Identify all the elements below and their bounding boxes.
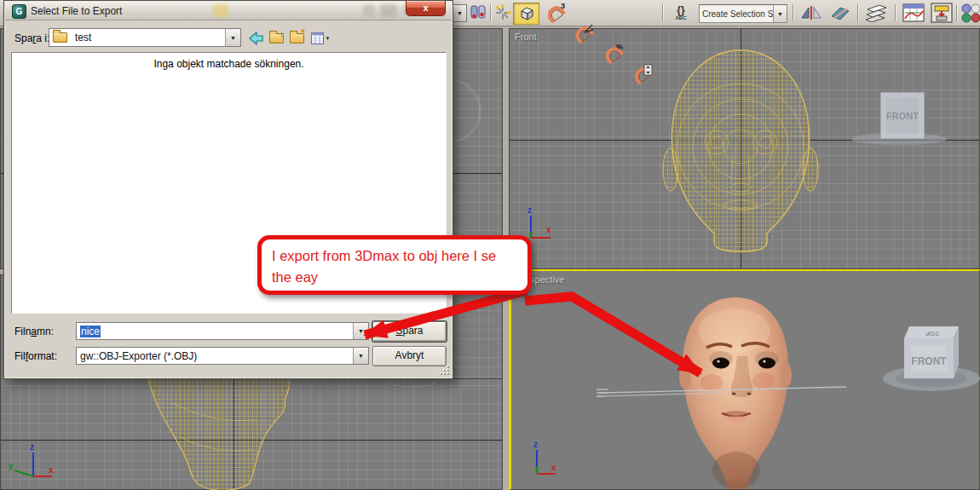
snap-3d-superscript: 3 <box>561 2 565 10</box>
schematic-view-button[interactable] <box>929 3 954 23</box>
sparkle-glyph: * <box>301 27 305 39</box>
3dsmax-application-window: E Front <box>0 0 980 490</box>
viewport-front-label[interactable]: Front <box>515 32 537 42</box>
viewcube-front-viewport[interactable]: FRONT <box>880 92 925 139</box>
point-helper-button[interactable] <box>493 3 513 23</box>
save-in-label: Spara i: <box>14 32 49 44</box>
save-in-combobox[interactable]: test ▼ <box>49 28 241 47</box>
back-button[interactable] <box>246 29 265 47</box>
toolbar-separator <box>662 4 663 21</box>
angle-snap-button[interactable] <box>572 23 594 43</box>
point-helper-icon <box>493 3 512 22</box>
mirror-icon <box>799 4 823 21</box>
axis-z-label: z <box>533 440 538 449</box>
percent-label: % <box>616 43 623 51</box>
perspective-axis-gizmo: z x <box>513 440 561 482</box>
chevron-down-icon[interactable]: ▼ <box>353 348 368 364</box>
viewport-front[interactable]: Front F <box>509 28 980 269</box>
align-button[interactable] <box>827 3 854 23</box>
schematic-view-icon <box>931 3 953 23</box>
gw-exporter-icon: G <box>12 4 26 19</box>
annotation-line-2: the eay <box>272 267 517 288</box>
view-menu-icon <box>311 32 324 44</box>
close-button[interactable]: x <box>406 1 446 16</box>
axis-z-label: z <box>527 205 532 215</box>
snap-toggle-3d-button[interactable]: 3 <box>544 3 566 23</box>
filename-combobox[interactable]: nice ▼ <box>76 322 369 340</box>
chevron-down-icon: ▼ <box>326 36 331 41</box>
axis-x-label: x <box>546 225 551 234</box>
material-editor-icon <box>960 3 980 23</box>
titlebar-blur-artifact <box>363 4 375 17</box>
empty-results-message: Inga objekt matchade sökningen. <box>12 58 446 70</box>
new-folder-button[interactable]: * <box>287 29 306 47</box>
angle-icon <box>584 23 594 33</box>
export-file-dialog: G Select File to Export x Spara i: test … <box>3 0 453 379</box>
filename-label: Filnamn: <box>14 326 54 337</box>
toolbar-separator <box>857 4 858 21</box>
curve-editor-icon <box>902 3 925 22</box>
filename-input[interactable]: nice <box>77 326 353 337</box>
cancel-button[interactable]: Avbryt <box>372 346 447 366</box>
dialog-title: Select File to Export <box>31 5 122 17</box>
viewcube-front-face-label[interactable]: FRONT <box>911 355 947 367</box>
braces-icon: {} <box>677 5 684 15</box>
back-arrow-icon <box>248 32 263 45</box>
titlebar-blur-artifact <box>380 4 397 17</box>
annotation-line-1: I export from 3Dmax to obj here I se <box>272 245 517 267</box>
manipulate-icon <box>470 4 487 21</box>
chevron-down-icon[interactable]: ▼ <box>453 5 466 21</box>
resize-grip[interactable] <box>439 365 449 375</box>
edit-named-selections-button[interactable]: {} ABC <box>667 3 695 23</box>
material-editor-button[interactable] <box>960 3 980 23</box>
snaps-toggle-button[interactable] <box>513 3 539 25</box>
toolbar-separator <box>793 4 793 21</box>
filetype-value[interactable]: gw::OBJ-Exporter (*.OBJ) <box>77 350 353 362</box>
select-and-manipulate-button[interactable] <box>468 3 488 23</box>
dialog-titlebar[interactable]: G Select File to Export <box>5 2 452 20</box>
save-button[interactable]: Spara <box>372 321 447 342</box>
toolbar-separator <box>490 4 491 21</box>
toolbar-separator <box>895 4 896 21</box>
viewcube-top-face-label[interactable]: TOP <box>925 330 939 337</box>
wireframe-head-front[interactable] <box>510 29 980 270</box>
named-selection-set-combobox[interactable]: Create Selection Set ▼ <box>699 4 787 23</box>
close-icon: x <box>423 3 428 13</box>
chevron-down-icon[interactable]: ▼ <box>353 323 368 339</box>
curve-editor-button[interactable] <box>900 3 927 23</box>
mirror-button[interactable] <box>798 3 825 23</box>
viewcube-front-face-label[interactable]: FRONT <box>886 111 919 121</box>
up-one-level-button[interactable]: ↑ <box>267 29 285 47</box>
chevron-down-icon[interactable]: ▼ <box>225 29 240 46</box>
percent-snap-button[interactable]: % <box>602 43 624 64</box>
filetype-label: Filformat: <box>14 350 57 362</box>
save-in-value[interactable]: test <box>72 32 225 43</box>
axis-y-label: y <box>9 461 14 470</box>
axis-x-label: x <box>551 463 556 472</box>
view-menu-button[interactable]: ▼ <box>308 29 333 47</box>
viewport-perspective[interactable]: Perspective <box>509 269 980 490</box>
up-arrow-glyph: ↑ <box>280 30 284 39</box>
spinner-snap-button[interactable] <box>631 64 653 84</box>
align-icon <box>828 4 852 21</box>
filename-value-selected: nice <box>80 326 101 337</box>
axis-z-label: z <box>30 442 34 452</box>
abc-label: ABC <box>676 15 687 20</box>
folder-icon <box>53 32 67 43</box>
left-axis-gizmo: z x y <box>8 441 57 485</box>
chevron-down-icon[interactable]: ▼ <box>773 5 787 22</box>
toolbar-separator <box>956 4 957 21</box>
annotation-callout: I export from 3Dmax to obj here I se the… <box>257 235 532 295</box>
axis-x-label: x <box>49 465 54 475</box>
viewcube-perspective[interactable]: FRONT TOP <box>878 320 980 393</box>
titlebar-blur-artifact <box>213 4 228 17</box>
selection-set-value[interactable]: Create Selection Set <box>700 9 773 19</box>
filetype-combobox[interactable]: gw::OBJ-Exporter (*.OBJ) ▼ <box>76 347 369 365</box>
layers-icon <box>864 3 888 22</box>
layer-manager-button[interactable] <box>862 3 890 23</box>
spinner-icon <box>643 64 653 76</box>
snap-cube-icon <box>518 5 535 22</box>
